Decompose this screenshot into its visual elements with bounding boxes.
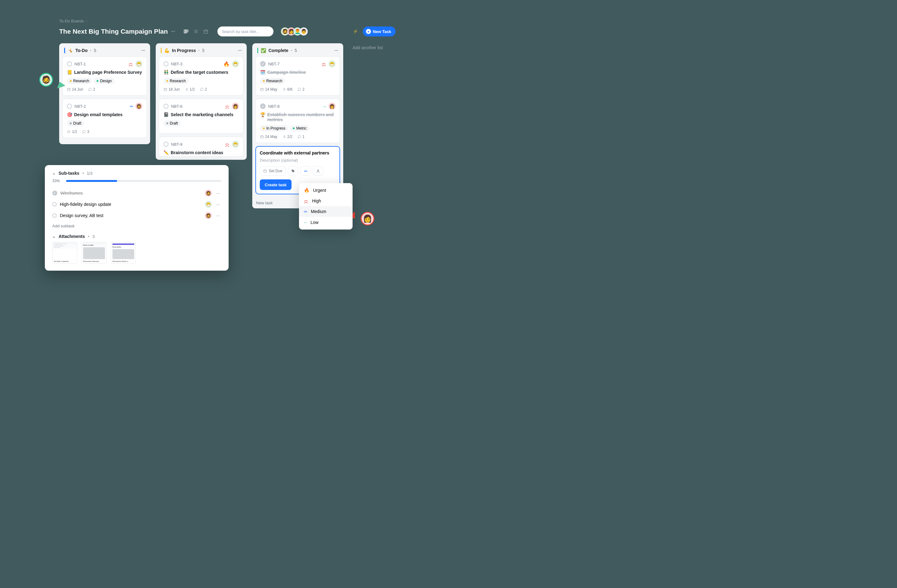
column-more-button[interactable]: ···: [238, 48, 242, 53]
comment-count[interactable]: 3: [82, 130, 89, 134]
column-title: Complete: [268, 48, 288, 53]
assignee-avatar[interactable]: 😷: [329, 60, 335, 67]
new-task-button[interactable]: + New Task: [363, 26, 396, 37]
comment-count[interactable]: 2: [200, 87, 207, 92]
tag[interactable]: Research: [164, 78, 188, 84]
svg-point-15: [67, 131, 68, 131]
comment-count[interactable]: 2: [88, 87, 95, 92]
tag[interactable]: Draft: [67, 120, 84, 126]
subtask-item[interactable]: Design survey, AB test 🧔 ···: [52, 210, 221, 221]
complete-checkbox[interactable]: [164, 61, 168, 66]
due-date: 18 Jun: [164, 87, 180, 92]
attachment-thumbnail[interactable]: Number of guests: [52, 242, 77, 264]
breadcrumb-root[interactable]: To-Do Boards: [59, 19, 84, 23]
subtask-item[interactable]: High-fidelity design update 😷 ···: [52, 199, 221, 210]
view-switcher: [183, 29, 209, 34]
svg-rect-10: [67, 89, 70, 91]
plus-icon: +: [366, 29, 371, 34]
task-card[interactable]: NBT-6 ︿︿ 👩 📓 Select the marketing channe…: [159, 99, 243, 133]
add-subtask-button[interactable]: Add subtask: [52, 224, 221, 228]
smile-low-icon: ⌣: [304, 220, 307, 225]
complete-checkbox[interactable]: [67, 61, 72, 66]
complete-checkbox[interactable]: [164, 104, 168, 109]
task-card[interactable]: NBT-1 ︿︿ 😷 📒 Landing page Preference Sur…: [62, 57, 147, 96]
chevron-down-icon[interactable]: ⌄: [52, 234, 55, 239]
chevron-down-icon[interactable]: ⌄: [52, 171, 55, 175]
column-color-bar: [161, 47, 162, 53]
subtask-panel: ⌄ Sub-tasks · 1/3 33% ✓ Wireframes 🧔 ···: [45, 165, 229, 271]
avatar[interactable]: 👨: [300, 28, 308, 35]
new-task-name-input[interactable]: Coordinate with external partners: [260, 150, 336, 155]
chevron-right-icon: ›: [86, 19, 87, 23]
task-title: Design email templates: [74, 112, 123, 117]
priority-option-urgent[interactable]: 🔥 Urgent: [299, 185, 352, 196]
task-emoji: 📒: [67, 70, 72, 75]
svg-point-35: [317, 170, 318, 171]
assignee-avatar[interactable]: 👩: [329, 103, 335, 110]
automation-icon[interactable]: ⚡: [352, 29, 358, 34]
board-more-button[interactable]: ···: [171, 29, 175, 34]
attachment-thumbnail[interactable]: Host picks Panorama Game o: [111, 242, 136, 264]
board-view-icon[interactable]: [183, 29, 189, 34]
assignee-avatar[interactable]: 🧔: [135, 103, 142, 110]
comment-count[interactable]: 1: [297, 135, 305, 139]
subtask-more-button[interactable]: ···: [215, 191, 221, 196]
priority-option-low[interactable]: ⌣ Low: [299, 217, 352, 228]
task-title: Select the marketing channels: [171, 112, 234, 117]
assignee-avatar[interactable]: 🧔: [205, 190, 212, 196]
add-list-button[interactable]: Add another list: [349, 43, 387, 52]
create-task-button[interactable]: Create task: [260, 179, 292, 190]
set-priority-button[interactable]: ═: [300, 166, 311, 176]
assignee-avatar[interactable]: 👩: [232, 103, 239, 110]
column-more-button[interactable]: ···: [141, 48, 145, 53]
subtask-more-button[interactable]: ···: [215, 202, 221, 207]
complete-checkbox[interactable]: [67, 104, 72, 109]
assignee-avatar[interactable]: 😷: [135, 60, 142, 67]
due-date: 14 May: [260, 87, 277, 92]
tag[interactable]: Draft: [164, 120, 181, 126]
tag[interactable]: In Progress: [260, 125, 288, 132]
priority-high-icon: ︿︿: [129, 62, 133, 66]
priority-option-high[interactable]: ︿︿ High: [299, 196, 352, 206]
comment-count[interactable]: 2: [297, 87, 305, 92]
tag[interactable]: Metric: [290, 125, 309, 132]
tag[interactable]: Design: [94, 78, 114, 84]
attachment-thumbnail[interactable]: Book a table Panorama Genova: [82, 242, 107, 264]
list-view-icon[interactable]: [193, 29, 199, 34]
task-card[interactable]: NBT-9 ︿︿ 😷 ✏️ Brainstorm content ideas: [159, 137, 243, 157]
set-tag-button[interactable]: [288, 166, 298, 176]
svg-rect-0: [184, 30, 185, 33]
priority-urgent-icon: 🔥: [223, 61, 230, 67]
assignee-avatar[interactable]: 😷: [232, 60, 239, 67]
task-card[interactable]: ✓ NBT-7 ︿︿ 😷 🗓️ Campaign timeline Resear…: [256, 57, 340, 96]
collaborator-avatars[interactable]: 🧔 👩 👨‍🦰 👨: [281, 28, 308, 35]
task-card[interactable]: ✓ NBT-8 ⌣ 👩 🏆 Establish success numbers …: [256, 99, 340, 143]
task-card[interactable]: NBT-2 ═ 🧔 🎯 Design email templates Draft…: [62, 99, 147, 138]
complete-checkbox[interactable]: [164, 142, 168, 147]
complete-checkbox[interactable]: [52, 213, 57, 218]
collaborator-cursor-avatar-left: 🧔: [39, 73, 53, 87]
subtask-count: 6/6: [282, 87, 292, 92]
tag[interactable]: Research: [260, 78, 285, 84]
calendar-view-icon[interactable]: [203, 29, 209, 34]
assignee-avatar[interactable]: 😷: [205, 201, 212, 208]
subtask-item[interactable]: ✓ Wireframes 🧔 ···: [52, 187, 221, 199]
new-task-description-input[interactable]: Description (optional): [260, 158, 336, 162]
priority-option-medium[interactable]: ═ Medium: [299, 206, 352, 217]
complete-checkbox-done[interactable]: ✓: [260, 61, 266, 67]
task-card[interactable]: NBT-3 🔥 😷 👬 Define the target customers …: [159, 57, 243, 96]
task-title: Brainstorm content ideas: [171, 150, 223, 155]
column-more-button[interactable]: ···: [335, 48, 338, 53]
assignee-avatar[interactable]: 😷: [232, 141, 239, 148]
complete-checkbox-done[interactable]: ✓: [52, 191, 57, 196]
flame-icon: 🔥: [304, 188, 309, 193]
complete-checkbox-done[interactable]: ✓: [260, 103, 266, 109]
set-assignee-button[interactable]: [313, 166, 323, 176]
assignee-avatar[interactable]: 🧔: [205, 212, 212, 219]
breadcrumb[interactable]: To-Do Boards ›: [59, 19, 396, 23]
search-input[interactable]: [217, 26, 274, 37]
complete-checkbox[interactable]: [52, 202, 57, 207]
tag[interactable]: Research: [67, 78, 92, 84]
set-due-button[interactable]: Set Due: [260, 166, 286, 176]
subtask-more-button[interactable]: ···: [215, 213, 221, 218]
